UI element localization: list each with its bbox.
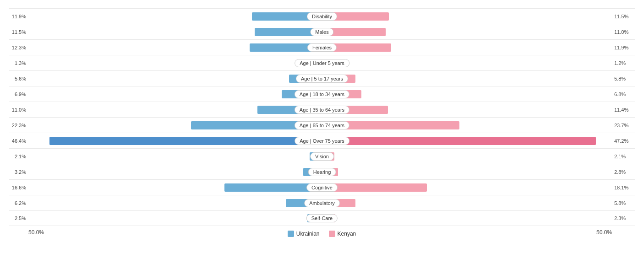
right-value: 2.1% [612, 154, 635, 159]
bar-row: 5.6% Age | 5 to 17 years 5.8% [9, 70, 635, 86]
center-label: Females [307, 43, 337, 52]
footer-left-value: 50.0% [9, 229, 288, 236]
center-label: Age | Under 5 years [295, 59, 349, 67]
bar-row: 11.5% Males 11.0% [9, 24, 635, 39]
bar-row: 11.0% Age | 35 to 64 years 11.4% [9, 102, 635, 117]
right-value: 11.5% [612, 14, 635, 19]
bar-row: 2.5% Self-Care 2.3% [9, 210, 635, 226]
legend-label-ukrainian: Ukrainian [296, 231, 320, 237]
center-label: Ambulatory [304, 199, 340, 207]
right-value: 47.2% [612, 138, 635, 144]
center-label: Hearing [308, 168, 336, 176]
legend-kenyan: Kenyan [329, 231, 356, 237]
legend-ukrainian: Ukrainian [288, 231, 320, 237]
chart-area: 11.9% Disability 11.5% 11.5% [9, 8, 635, 226]
bar-row: 2.1% Vision 2.1% [9, 148, 635, 164]
left-value: 11.9% [9, 14, 28, 19]
bar-blue [49, 137, 322, 145]
bar-row: 22.3% Age | 65 to 74 years 23.7% [9, 117, 635, 133]
left-value: 11.5% [9, 29, 28, 35]
legend-box-ukrainian [288, 231, 294, 237]
right-value: 5.8% [612, 76, 635, 81]
bar-row: 3.2% Hearing 2.8% [9, 164, 635, 179]
right-value: 18.1% [612, 185, 635, 190]
center-label: Age | 35 to 64 years [295, 106, 349, 114]
left-value: 16.6% [9, 185, 28, 190]
center-label: Age | 65 to 74 years [295, 121, 349, 129]
bar-pink [322, 137, 596, 145]
center-label: Cognitive [306, 183, 338, 192]
bar-row: 12.3% Females 11.9% [9, 39, 635, 55]
bar-row: 1.3% Age | Under 5 years 1.2% [9, 55, 635, 70]
center-label: Disability [307, 12, 337, 21]
left-value: 6.2% [9, 200, 28, 206]
center-label: Males [310, 28, 333, 36]
right-value: 11.9% [612, 45, 635, 50]
right-value: 1.2% [612, 60, 635, 66]
center-label: Age | 18 to 34 years [295, 90, 349, 98]
bar-pink [322, 183, 427, 192]
center-label: Age | Over 75 years [295, 137, 349, 145]
left-value: 22.3% [9, 123, 28, 128]
footer: 50.0% Ukrainian Kenyan 50.0% [9, 228, 635, 237]
bar-row: 46.4% Age | Over 75 years 47.2% [9, 133, 635, 148]
right-value: 5.8% [612, 200, 635, 206]
bar-row: 11.9% Disability 11.5% [9, 8, 635, 24]
bar-row: 6.9% Age | 18 to 34 years 6.8% [9, 86, 635, 102]
bar-row: 16.6% Cognitive 18.1% [9, 179, 635, 195]
bar-row: 6.2% Ambulatory 5.8% [9, 195, 635, 210]
left-value: 2.5% [9, 215, 28, 221]
right-value: 11.4% [612, 107, 635, 113]
legend-label-kenyan: Kenyan [338, 231, 356, 237]
left-value: 3.2% [9, 169, 28, 175]
right-value: 23.7% [612, 123, 635, 128]
right-value: 2.8% [612, 169, 635, 175]
right-value: 6.8% [612, 92, 635, 97]
left-value: 1.3% [9, 60, 28, 66]
left-value: 46.4% [9, 138, 28, 144]
center-label: Vision [310, 152, 334, 161]
right-value: 2.3% [612, 215, 635, 221]
left-value: 11.0% [9, 107, 28, 113]
left-value: 6.9% [9, 92, 28, 97]
center-label: Age | 5 to 17 years [296, 75, 348, 83]
center-label: Self-Care [306, 214, 338, 222]
left-value: 2.1% [9, 154, 28, 159]
left-value: 12.3% [9, 45, 28, 50]
legend-box-kenyan [329, 231, 335, 237]
legend: Ukrainian Kenyan [288, 231, 356, 237]
footer-right-value: 50.0% [356, 229, 635, 236]
left-value: 5.6% [9, 76, 28, 81]
right-value: 11.0% [612, 29, 635, 35]
